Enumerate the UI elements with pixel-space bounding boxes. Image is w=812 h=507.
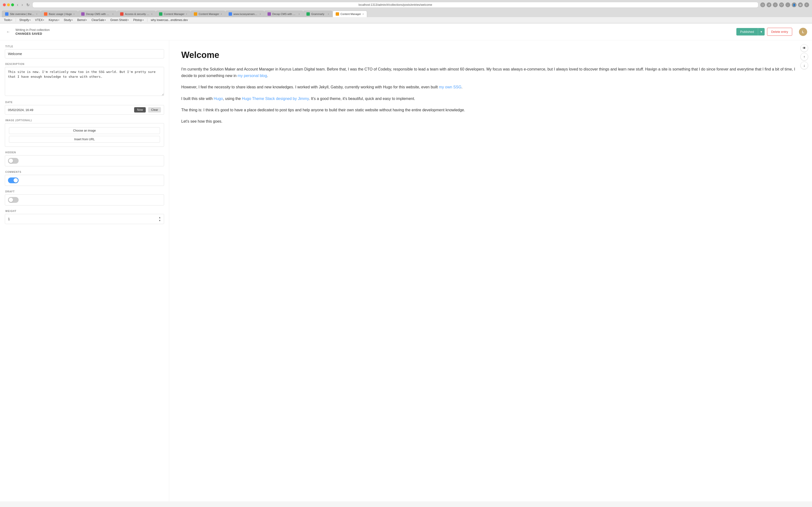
tab-9[interactable]: Grammarly × xyxy=(303,11,332,17)
address-bar[interactable]: localhost:1313/admin/#/collections/posts… xyxy=(33,2,758,8)
menu-clearsale-label: ClearSale xyxy=(91,18,104,22)
tab-close-6[interactable]: × xyxy=(221,13,222,15)
close-window-button[interactable] xyxy=(3,3,6,6)
preview-eye-button[interactable]: 👁 xyxy=(800,44,808,52)
download-icon[interactable]: ↓ xyxy=(785,2,790,7)
menu-keyrus-label: Keyrus xyxy=(49,18,57,22)
tab-close-2[interactable]: × xyxy=(73,13,75,15)
tab-close-9[interactable]: × xyxy=(328,13,329,15)
tab-1[interactable]: Site overview | the-s... × xyxy=(2,11,41,17)
tab-favicon-3 xyxy=(81,12,85,16)
tab-7[interactable]: www.lucasyamamot... × xyxy=(225,11,264,17)
tab-favicon-10 xyxy=(336,12,339,16)
hidden-field-group: HIDDEN xyxy=(5,151,164,166)
main-content: TITLE DESCRIPTION This site is new. I'm … xyxy=(0,40,812,501)
link-personal-blog[interactable]: my personal blog xyxy=(238,74,267,78)
menu-study[interactable]: Study ▾ xyxy=(62,18,75,22)
menu-tools[interactable]: Tools ▾ xyxy=(2,18,14,22)
preview-scroll-down-button[interactable]: ↓ xyxy=(800,62,808,69)
link-hugo-theme[interactable]: Hugo Theme Stack designed by Jimmy xyxy=(242,97,309,101)
menu-tools-label: Tools xyxy=(4,18,11,22)
delete-entry-button[interactable]: Delete entry xyxy=(767,28,792,36)
description-field-group: DESCRIPTION This site is new. I'm relati… xyxy=(5,63,164,97)
tab-8[interactable]: Decap CMS with Hu... × xyxy=(264,11,303,17)
tab-close-4[interactable]: × xyxy=(151,13,152,15)
app-container: ← Writing in Post collection CHANGES SAV… xyxy=(0,23,812,501)
choose-image-button[interactable]: Choose an image xyxy=(9,127,160,134)
tab-title-10: Content Manager xyxy=(341,12,361,15)
published-button[interactable]: Published xyxy=(737,28,758,36)
preview-paragraph-4: The thing is: I think it's good to have … xyxy=(181,107,800,113)
draft-toggle-slider xyxy=(8,197,18,203)
tab-4[interactable]: Access & security | ... × xyxy=(117,11,156,17)
forward-nav-button[interactable]: › xyxy=(20,2,24,8)
back-button[interactable]: ← xyxy=(5,29,12,35)
tab-5[interactable]: Content Manager × xyxy=(156,11,191,17)
menu-bemol-label: Bemol xyxy=(77,18,85,22)
menu-lowercas[interactable]: why lowercas...endtimes.dev xyxy=(149,18,190,22)
menu-vtex[interactable]: VTEX ▾ xyxy=(33,18,46,22)
menu-keyrus[interactable]: Keyrus ▾ xyxy=(47,18,61,22)
weight-decrease-button[interactable]: ▼ xyxy=(158,219,161,222)
weight-controls: ▲ ▼ xyxy=(158,216,161,222)
browser-toolbar: ‹ › ↻ localhost:1313/admin/#/collections… xyxy=(0,0,812,10)
extensions-icon[interactable]: ⊞ xyxy=(798,2,803,7)
tab-close-5[interactable]: × xyxy=(186,13,187,15)
description-textarea[interactable]: This site is new. I'm relatively new too… xyxy=(5,67,164,96)
menu-bemol[interactable]: Bemol ▾ xyxy=(75,18,89,22)
menu-pitstop[interactable]: Pitstop ▾ xyxy=(131,18,146,22)
chevron-down-icon: ▾ xyxy=(11,19,12,21)
tab-title-3: Decap CMS with Hu... xyxy=(86,12,111,15)
back-nav-button[interactable]: ‹ xyxy=(16,2,19,8)
draft-toggle[interactable] xyxy=(8,197,18,203)
shield-icon[interactable]: 🛡 xyxy=(779,2,784,7)
link-own-ssg[interactable]: my own SSG xyxy=(439,85,461,89)
date-value: 05/02/2024, 16:49 xyxy=(8,108,132,112)
browser-actions: ⬡ ↺ ☆ 🛡 ↓ 👤 ⊞ + xyxy=(760,2,809,7)
hidden-toggle[interactable] xyxy=(8,158,18,164)
now-button[interactable]: Now xyxy=(134,107,146,113)
tab-title-8: Decap CMS with Hu... xyxy=(272,12,297,15)
draft-toggle-container xyxy=(5,194,164,206)
date-field-group: DATE 05/02/2024, 16:49 Now Clear xyxy=(5,101,164,115)
weight-field: 1 ▲ ▼ xyxy=(5,214,164,224)
menu-bar: Tools ▾ Shopify ▾ VTEX ▾ Keyrus ▾ Study … xyxy=(0,17,812,23)
menu-shopify[interactable]: Shopify ▾ xyxy=(17,18,33,22)
draft-field-group: DRAFT xyxy=(5,190,164,206)
comments-toggle-container xyxy=(5,175,164,186)
profile-icon[interactable]: 👤 xyxy=(792,2,797,7)
tab-favicon-6 xyxy=(194,12,197,16)
preview-scroll-up-button[interactable]: ↑ xyxy=(800,53,808,61)
link-hugo[interactable]: Hugo xyxy=(214,97,223,101)
tab-close-10[interactable]: × xyxy=(362,13,364,15)
menu-greenshield[interactable]: Green Shield ▾ xyxy=(108,18,131,22)
app-header: ← Writing in Post collection CHANGES SAV… xyxy=(0,23,812,40)
tab-close-1[interactable]: × xyxy=(36,13,38,15)
avatar-initials: L xyxy=(802,30,804,34)
cast-icon[interactable]: ⬡ xyxy=(760,2,765,7)
clear-button[interactable]: Clear xyxy=(148,107,161,113)
editor-panel: TITLE DESCRIPTION This site is new. I'm … xyxy=(0,40,169,501)
tab-6[interactable]: Content Manager × xyxy=(191,11,225,17)
tab-3[interactable]: Decap CMS with Hu... × xyxy=(78,11,117,17)
bookmark-icon[interactable]: ☆ xyxy=(773,2,778,7)
new-tab-icon[interactable]: + xyxy=(804,2,809,7)
tab-close-8[interactable]: × xyxy=(298,13,300,15)
comments-toggle[interactable] xyxy=(8,177,18,183)
minimize-window-button[interactable] xyxy=(7,3,10,6)
refresh-icon[interactable]: ↺ xyxy=(767,2,771,7)
published-dropdown-button[interactable]: ▾ xyxy=(758,28,765,36)
tab-close-3[interactable]: × xyxy=(112,13,114,15)
tab-10[interactable]: Content Manager × xyxy=(333,11,367,17)
reload-button[interactable]: ↻ xyxy=(26,2,31,8)
chevron-down-icon: ▾ xyxy=(86,19,87,21)
insert-url-button[interactable]: Insert from URL xyxy=(9,136,160,143)
tab-2[interactable]: Basic usage | Hugo × xyxy=(41,11,78,17)
browser-chrome: ‹ › ↻ localhost:1313/admin/#/collections… xyxy=(0,0,812,23)
tab-close-7[interactable]: × xyxy=(260,13,261,15)
weight-increase-button[interactable]: ▲ xyxy=(158,216,161,219)
title-input[interactable] xyxy=(5,49,164,58)
menu-clearsale[interactable]: ClearSale ▾ xyxy=(89,18,108,22)
maximize-window-button[interactable] xyxy=(11,3,14,6)
menu-separator-1 xyxy=(16,18,16,22)
